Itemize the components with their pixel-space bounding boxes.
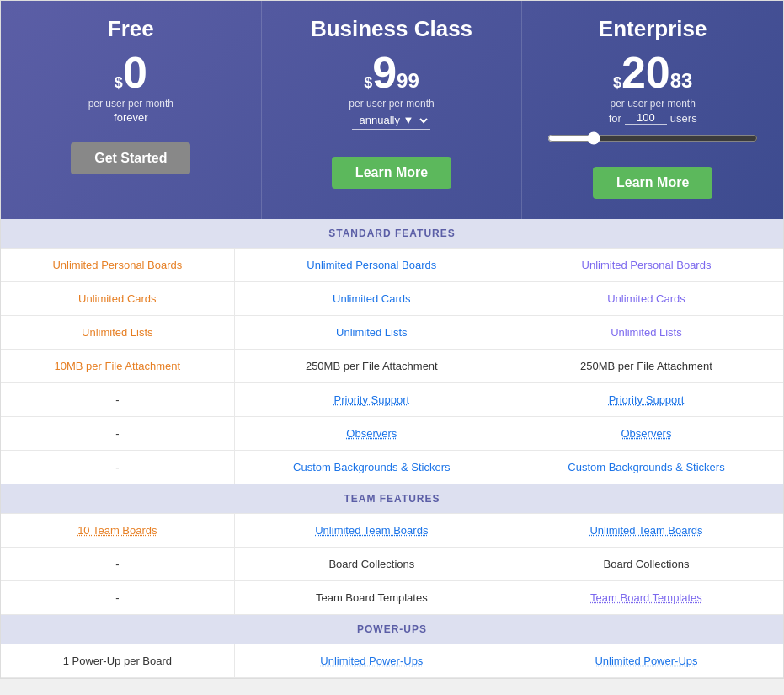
- free-price-row: $ 0: [18, 51, 244, 94]
- enterprise-for-label: for: [609, 112, 621, 125]
- team-section-label: TEAM FEATURES: [1, 484, 783, 514]
- ent-priority-support: Priority Support: [509, 383, 783, 417]
- business-price-main: 9: [372, 51, 397, 94]
- ent-board-collections: Board Collections: [509, 548, 783, 581]
- table-row: - Priority Support Priority Support: [1, 383, 783, 417]
- biz-priority-support: Priority Support: [234, 383, 509, 417]
- biz-unlimited-lists: Unlimited Lists: [234, 316, 509, 350]
- business-price-row: $ 9 99: [279, 51, 505, 94]
- table-row: - Custom Backgrounds & Stickers Custom B…: [1, 451, 783, 484]
- biz-powerups: Unlimited Power-Ups: [234, 644, 509, 678]
- enterprise-price-row: $ 20 83: [539, 51, 766, 94]
- biz-custom-bg: Custom Backgrounds & Stickers: [234, 451, 509, 484]
- free-board-templates: -: [1, 581, 234, 615]
- table-row: Unlimited Lists Unlimited Lists Unlimite…: [1, 316, 783, 350]
- enterprise-users-suffix: users: [670, 112, 697, 125]
- free-file-attachment: 10MB per File Attachment: [1, 350, 234, 383]
- free-unlimited-boards: Unlimited Personal Boards: [1, 249, 234, 282]
- free-observers: -: [1, 417, 234, 451]
- plan-business: Business Class $ 9 99 per user per month…: [262, 1, 523, 219]
- free-price-main: 0: [123, 51, 147, 94]
- ent-observers: Observers: [509, 417, 783, 451]
- plan-free: Free $ 0 per user per month forever Get …: [1, 1, 262, 219]
- biz-board-collections: Board Collections: [234, 548, 509, 581]
- ent-unlimited-boards: Unlimited Personal Boards: [509, 249, 783, 282]
- biz-observers: Observers: [234, 417, 509, 451]
- table-row: Unlimited Cards Unlimited Cards Unlimite…: [1, 282, 783, 316]
- free-team-boards: 10 Team Boards: [1, 514, 234, 548]
- biz-team-boards: Unlimited Team Boards: [234, 514, 509, 548]
- enterprise-users-row: for users: [539, 111, 766, 125]
- table-row: - Board Collections Board Collections: [1, 548, 783, 581]
- pricing-header: Free $ 0 per user per month forever Get …: [1, 1, 783, 219]
- enterprise-cta-button[interactable]: Learn More: [593, 167, 712, 199]
- business-currency: $: [364, 75, 372, 90]
- enterprise-price-cents: 83: [670, 69, 693, 93]
- table-row: 10MB per File Attachment 250MB per File …: [1, 350, 783, 383]
- ent-custom-bg: Custom Backgrounds & Stickers: [509, 451, 783, 484]
- free-price-sub: per user per month: [18, 98, 244, 110]
- plan-enterprise: Enterprise $ 20 83 per user per month fo…: [522, 1, 783, 219]
- ent-powerups: Unlimited Power-Ups: [509, 644, 783, 678]
- powerups-header: POWER-UPS: [1, 615, 783, 644]
- powerups-section-label: POWER-UPS: [1, 615, 783, 644]
- free-cta-button[interactable]: Get Started: [71, 142, 190, 174]
- table-row: - Observers Observers: [1, 417, 783, 451]
- billing-select[interactable]: annually ▼ monthly: [352, 111, 430, 130]
- free-unlimited-cards: Unlimited Cards: [1, 282, 234, 316]
- free-plan-name: Free: [18, 16, 244, 42]
- business-price-sub: per user per month: [279, 98, 505, 110]
- ent-team-boards: Unlimited Team Boards: [509, 514, 783, 548]
- enterprise-users-slider[interactable]: [547, 131, 758, 145]
- ent-unlimited-lists: Unlimited Lists: [509, 316, 783, 350]
- free-price-forever: forever: [18, 111, 244, 124]
- free-custom-bg: -: [1, 451, 234, 484]
- enterprise-users-input[interactable]: [625, 111, 667, 125]
- enterprise-price-sub: per user per month: [539, 98, 766, 110]
- ent-unlimited-cards: Unlimited Cards: [509, 282, 783, 316]
- standard-section-label: STANDARD FEATURES: [1, 219, 783, 249]
- business-plan-name: Business Class: [279, 16, 505, 42]
- free-currency: $: [115, 75, 123, 90]
- free-priority-support: -: [1, 383, 234, 417]
- ent-file-attachment: 250MB per File Attachment: [509, 350, 783, 383]
- pricing-container: Free $ 0 per user per month forever Get …: [0, 0, 784, 679]
- biz-unlimited-boards: Unlimited Personal Boards: [234, 249, 509, 282]
- team-features-header: TEAM FEATURES: [1, 484, 783, 514]
- free-board-collections: -: [1, 548, 234, 581]
- free-powerups: 1 Power-Up per Board: [1, 644, 234, 678]
- business-price-cents: 99: [397, 69, 419, 93]
- table-row: Unlimited Personal Boards Unlimited Pers…: [1, 249, 783, 282]
- features-table: STANDARD FEATURES Unlimited Personal Boa…: [1, 219, 783, 678]
- enterprise-currency: $: [613, 75, 621, 90]
- table-row: - Team Board Templates Team Board Templa…: [1, 581, 783, 615]
- enterprise-slider-container: [539, 131, 766, 148]
- business-cta-button[interactable]: Learn More: [332, 157, 451, 189]
- standard-features-header: STANDARD FEATURES: [1, 219, 783, 249]
- biz-file-attachment: 250MB per File Attachment: [234, 350, 509, 383]
- enterprise-plan-name: Enterprise: [539, 16, 766, 42]
- free-unlimited-lists: Unlimited Lists: [1, 316, 234, 350]
- table-row: 1 Power-Up per Board Unlimited Power-Ups…: [1, 644, 783, 678]
- enterprise-price-main: 20: [621, 51, 670, 94]
- biz-board-templates: Team Board Templates: [234, 581, 509, 615]
- ent-board-templates: Team Board Templates: [509, 581, 783, 615]
- table-row: 10 Team Boards Unlimited Team Boards Unl…: [1, 514, 783, 548]
- biz-unlimited-cards: Unlimited Cards: [234, 282, 509, 316]
